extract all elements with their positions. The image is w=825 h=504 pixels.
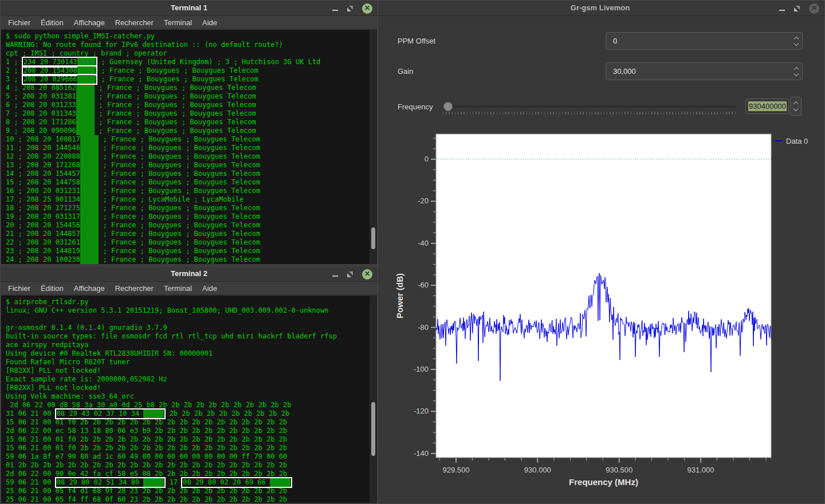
- terminal2-titlebar[interactable]: Terminal 2 ✕: [1, 266, 378, 282]
- svg-text:Frequency (MHz): Frequency (MHz): [569, 477, 638, 487]
- imsi-row: 5 ; 208 20 031381 ; France ; Bouygues ; …: [6, 92, 377, 101]
- restore-button[interactable]: [347, 271, 353, 277]
- redacted-block: [77, 75, 96, 84]
- menu-item-édition[interactable]: Édition: [36, 283, 69, 294]
- spin-down-icon[interactable]: [794, 71, 799, 76]
- close-button[interactable]: ✕: [362, 3, 372, 14]
- ppm-offset-label: PPM Offset: [398, 37, 435, 45]
- svg-text:-140: -140: [414, 449, 429, 458]
- spin-up-icon[interactable]: [794, 66, 799, 71]
- gain-spinbox[interactable]: 30,000: [606, 62, 803, 80]
- redacted-block: [80, 178, 99, 187]
- frequency-value-field[interactable]: 930400000: [745, 99, 789, 114]
- svg-text:-60: -60: [418, 281, 429, 289]
- imsi-row: 7 ; 208 20 031343 ; France ; Bouygues ; …: [6, 109, 377, 118]
- terminal1-content: $ sudo python simple_IMSI-catcher.pyWARN…: [1, 30, 377, 264]
- imsi-cell: 208 20 090096: [22, 127, 95, 135]
- window-title: Gr-gsm Livemon: [376, 3, 824, 12]
- redacted-block: [80, 238, 99, 247]
- svg-text:930.500: 930.500: [606, 466, 632, 474]
- terminal1-titlebar[interactable]: Terminal 1 ✕: [1, 1, 378, 16]
- redacted-block: [143, 478, 164, 487]
- imsi-row: 20 ; 208 20 154456 ; France ; Bouygues ;…: [6, 221, 377, 230]
- imsi-row: 21 ; 208 20 144857 ; France ; Bouygues ;…: [6, 230, 377, 238]
- frequency-spin-buttons[interactable]: [790, 97, 802, 116]
- imsi-cell: 208 20 144819: [26, 247, 99, 255]
- frequency-slider-ticks: [443, 112, 737, 115]
- terminal-line: 01 2b 2b 2b 2b 2b 2b 2b 2b 2b 2b 2b 2b 2…: [6, 461, 377, 470]
- redacted-block: [80, 204, 99, 212]
- spin-up-icon[interactable]: [794, 36, 799, 41]
- imsi-row: 6 ; 208 20 031233 ; France ; Bouygues ; …: [6, 101, 377, 109]
- terminal-line: $ airprobe_rtlsdr.py: [6, 298, 377, 306]
- spin-down-icon[interactable]: [793, 107, 798, 111]
- window-title: Terminal 1: [1, 3, 378, 12]
- imsi-cell: 208 20 031231: [26, 187, 99, 195]
- scrollbar-thumb[interactable]: [371, 227, 375, 249]
- imsi-cell: 208 20 085162: [22, 84, 95, 92]
- frequency-slider[interactable]: [443, 105, 737, 108]
- close-icon: ✕: [364, 270, 370, 277]
- terminal-line: 59 06 21 00 08 29 80 02 51 34 80 17 08 2…: [6, 478, 377, 487]
- menu-item-terminal[interactable]: Terminal: [159, 283, 197, 294]
- highlight-box: 208 20 029666: [22, 74, 97, 85]
- restore-icon: [794, 6, 800, 11]
- window-title: Terminal 2: [1, 269, 378, 278]
- imsi-row: 16 ; 208 20 031231 ; France ; Bouygues ;…: [6, 187, 377, 195]
- close-button[interactable]: ✕: [809, 3, 819, 14]
- close-icon: ✕: [364, 5, 370, 11]
- terminal-line: Using device #0 Realtek RTL2838UHIDIR SN…: [6, 349, 377, 358]
- spin-down-icon[interactable]: [794, 41, 799, 45]
- highlight-box: 08 29 80 02 51 34 80: [55, 477, 166, 488]
- ppm-offset-value: 0: [613, 37, 617, 45]
- terminal-line: [R82XX] PLL not locked!: [6, 384, 377, 392]
- gain-label: Gain: [398, 67, 413, 76]
- imsi-cell: 208 20 031261: [26, 238, 99, 246]
- minimize-button[interactable]: [332, 275, 338, 277]
- minimize-button[interactable]: [779, 10, 785, 11]
- scrollbar-thumb[interactable]: [371, 402, 375, 456]
- livemon-window: Gr-gsm Livemon ✕ PPM Offset 0 Gain 30,00…: [375, 0, 825, 504]
- svg-text:-80: -80: [418, 323, 429, 332]
- menu-item-aide[interactable]: Aide: [197, 283, 222, 294]
- imsi-cell: 208 20 031381: [22, 92, 95, 100]
- redacted-block: [80, 161, 99, 170]
- terminal-line: Using Volk machine: sse3_64_orc: [6, 392, 377, 401]
- terminal1-scrollbar[interactable]: [370, 30, 377, 264]
- gain-value: 30,000: [613, 67, 636, 76]
- redacted-block: [76, 127, 95, 135]
- menu-item-fichier[interactable]: Fichier: [3, 17, 36, 28]
- menu-item-rechercher[interactable]: Rechercher: [110, 17, 159, 28]
- frequency-slider-handle[interactable]: [443, 102, 453, 111]
- menu-item-fichier[interactable]: Fichier: [3, 283, 36, 294]
- redacted-block: [80, 247, 99, 255]
- redacted-block: [80, 152, 99, 161]
- ppm-offset-spinbox[interactable]: 0: [606, 32, 803, 50]
- terminal2-scrollbar[interactable]: [370, 296, 377, 503]
- svg-text:-20: -20: [418, 196, 429, 205]
- close-button[interactable]: ✕: [362, 269, 372, 279]
- imsi-cell: 208 20 171268: [26, 161, 99, 169]
- menu-item-affichage[interactable]: Affichage: [69, 283, 110, 294]
- imsi-row: 9 ; 208 20 090096 ; France ; Bouygues ; …: [6, 127, 377, 135]
- menu-item-affichage[interactable]: Affichage: [69, 17, 110, 28]
- menu-item-rechercher[interactable]: Rechercher: [110, 283, 159, 294]
- imsi-cell: 208 20 220088: [26, 152, 99, 160]
- restore-button[interactable]: [347, 6, 353, 11]
- terminal-line: 25 06 21 00 05 f4 d1 68 9f 28 23 2b 2b 2…: [6, 487, 377, 495]
- livemon-titlebar[interactable]: Gr-gsm Livemon ✕: [376, 1, 824, 16]
- restore-button[interactable]: [794, 6, 800, 11]
- menu-item-aide[interactable]: Aide: [197, 17, 222, 28]
- menu-item-terminal[interactable]: Terminal: [159, 17, 197, 28]
- imsi-row: 4 ; 208 20 085162 ; France ; Bouygues ; …: [6, 84, 377, 92]
- redacted-block: [76, 118, 95, 127]
- redacted-block: [76, 101, 95, 109]
- redacted-block: [76, 109, 95, 118]
- highlight-box: 08 29 80 02 20 69 66: [181, 477, 292, 488]
- spin-up-icon[interactable]: [793, 101, 798, 106]
- minimize-button[interactable]: [332, 10, 338, 11]
- terminal-line: gr-osmosdr 0.1.4 (0.1.4) gnuradio 3.7.9: [6, 324, 377, 332]
- terminal-line: 25 06 21 00 05 f4 ff 68 0f 60 23 2b 2b 2…: [6, 495, 377, 503]
- redacted-block: [80, 230, 99, 238]
- menu-item-édition[interactable]: Édition: [36, 17, 69, 28]
